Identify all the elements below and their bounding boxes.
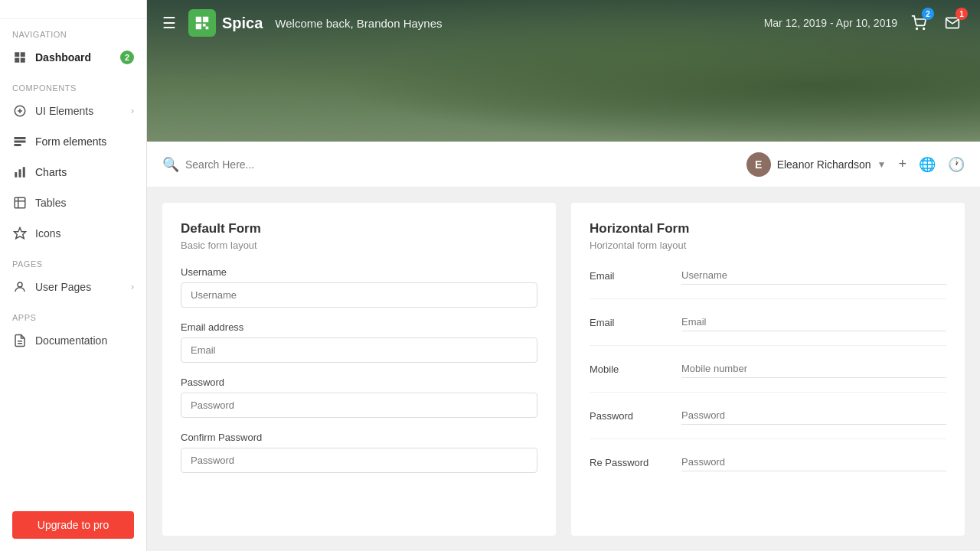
svg-rect-5 — [15, 138, 25, 139]
h-email1-group: Email — [590, 266, 946, 299]
search-right-area: E Eleanor Richardson ▼ + 🌐 🕐 — [746, 152, 965, 177]
sidebar-dashboard-label: Dashboard — [35, 51, 120, 64]
sidebar-documentation-label: Documentation — [35, 334, 134, 347]
hero-header: ☰ Spica Welcome back, Brandon Haynes Mar… — [147, 0, 980, 142]
horizontal-form-title: Horizontal Form — [590, 221, 946, 236]
brand-logo — [188, 9, 216, 37]
ui-elements-arrow-icon: › — [131, 106, 134, 116]
h-password-input[interactable] — [681, 406, 946, 425]
svg-rect-0 — [15, 52, 19, 57]
svg-rect-6 — [15, 141, 25, 142]
svg-rect-17 — [203, 17, 208, 22]
dashboard-badge: 2 — [120, 51, 134, 64]
add-icon[interactable]: + — [898, 156, 906, 172]
h-mobile-input[interactable] — [681, 360, 946, 378]
sidebar-item-tables[interactable]: Tables — [0, 187, 146, 218]
h-re-password-group: Re Password — [590, 453, 946, 485]
svg-rect-2 — [15, 58, 19, 63]
password-label: Password — [181, 377, 537, 388]
h-re-password-label: Re Password — [590, 457, 681, 468]
ui-elements-icon — [12, 103, 28, 119]
sidebar-charts-label: Charts — [35, 166, 134, 178]
sidebar-user-pages-label: User Pages — [35, 281, 131, 293]
globe-icon[interactable]: 🌐 — [919, 156, 936, 173]
username-group: Username — [181, 266, 537, 308]
horizontal-form-card: Horizontal Form Horizontal form layout E… — [571, 203, 965, 536]
password-input[interactable] — [181, 393, 537, 418]
pages-section-label: Pages — [0, 249, 146, 272]
svg-point-22 — [923, 28, 925, 30]
default-form-card: Default Form Basic form layout Username … — [162, 203, 556, 536]
svg-rect-16 — [196, 17, 201, 22]
welcome-text: Welcome back, Brandon Haynes — [275, 17, 442, 30]
icons-icon — [12, 226, 28, 241]
dashboard-icon — [12, 50, 28, 65]
apps-section-label: Apps — [0, 302, 146, 325]
h-password-label: Password — [590, 410, 681, 422]
sidebar-item-user-pages[interactable]: User Pages › — [0, 272, 146, 302]
mail-button[interactable]: 1 — [940, 11, 965, 35]
sidebar: Navigation Dashboard 2 Components UI Ele… — [0, 0, 147, 551]
search-input[interactable] — [185, 158, 746, 171]
navigation-section-label: Navigation — [0, 19, 146, 42]
svg-rect-19 — [203, 24, 206, 27]
user-pages-arrow-icon: › — [131, 282, 134, 292]
svg-rect-9 — [19, 169, 21, 178]
brand-name: Spica — [222, 15, 263, 32]
h-email1-input[interactable] — [681, 266, 946, 285]
user-pages-icon — [12, 279, 28, 295]
svg-rect-18 — [196, 24, 201, 29]
mail-badge: 1 — [956, 8, 968, 20]
svg-rect-10 — [23, 167, 25, 178]
email-input[interactable] — [181, 337, 537, 363]
password-group: Password — [181, 377, 537, 418]
upgrade-button[interactable]: Upgrade to pro — [12, 511, 134, 539]
sidebar-tables-label: Tables — [35, 197, 134, 209]
h-email2-label: Email — [590, 317, 681, 328]
sidebar-item-dashboard[interactable]: Dashboard 2 — [0, 42, 146, 73]
svg-rect-7 — [15, 145, 21, 146]
sidebar-form-elements-label: Form elements — [35, 135, 134, 148]
user-profile-button[interactable]: E Eleanor Richardson ▼ — [746, 152, 887, 177]
email-address-group: Email address — [181, 321, 537, 363]
h-email1-label: Email — [590, 270, 681, 282]
header-right: Mar 12, 2019 - Apr 10, 2019 2 1 — [764, 11, 965, 35]
sidebar-item-documentation[interactable]: Documentation — [0, 325, 146, 356]
svg-marker-12 — [15, 228, 26, 239]
documentation-icon — [12, 333, 28, 348]
avatar: E — [746, 152, 771, 177]
sidebar-item-form-elements[interactable]: Form elements — [0, 126, 146, 157]
confirm-password-input[interactable] — [181, 448, 537, 473]
cart-button[interactable]: 2 — [906, 11, 931, 35]
user-name: Eleanor Richardson — [777, 158, 871, 171]
charts-icon — [12, 165, 28, 180]
username-input[interactable] — [181, 282, 537, 308]
date-range: Mar 12, 2019 - Apr 10, 2019 — [764, 17, 897, 29]
hamburger-button[interactable]: ☰ — [162, 14, 176, 32]
form-elements-icon — [12, 134, 28, 149]
h-email2-input[interactable] — [681, 313, 946, 331]
forms-content: Default Form Basic form layout Username … — [147, 187, 980, 551]
search-icon: 🔍 — [162, 156, 179, 173]
sidebar-item-icons[interactable]: Icons — [0, 218, 146, 249]
email-address-label: Email address — [181, 321, 537, 333]
h-email2-group: Email — [590, 313, 946, 346]
user-dropdown-icon: ▼ — [877, 159, 887, 170]
searchbar: 🔍 E Eleanor Richardson ▼ + 🌐 🕐 — [147, 142, 980, 187]
sidebar-ui-elements-label: UI Elements — [35, 105, 131, 117]
confirm-password-group: Confirm Password — [181, 432, 537, 473]
svg-rect-20 — [206, 27, 209, 30]
default-form-subtitle: Basic form layout — [181, 240, 537, 251]
sidebar-item-ui-elements[interactable]: UI Elements › — [0, 96, 146, 126]
svg-point-13 — [18, 282, 22, 287]
main-content: ☰ Spica Welcome back, Brandon Haynes Mar… — [147, 0, 980, 551]
h-re-password-input[interactable] — [681, 453, 946, 471]
svg-rect-11 — [15, 197, 25, 208]
clock-icon[interactable]: 🕐 — [948, 156, 965, 173]
h-mobile-label: Mobile — [590, 364, 681, 375]
cart-badge: 2 — [922, 8, 934, 20]
sidebar-item-charts[interactable]: Charts — [0, 157, 146, 187]
tables-icon — [12, 195, 28, 210]
confirm-password-label: Confirm Password — [181, 432, 537, 443]
default-form-title: Default Form — [181, 221, 537, 236]
